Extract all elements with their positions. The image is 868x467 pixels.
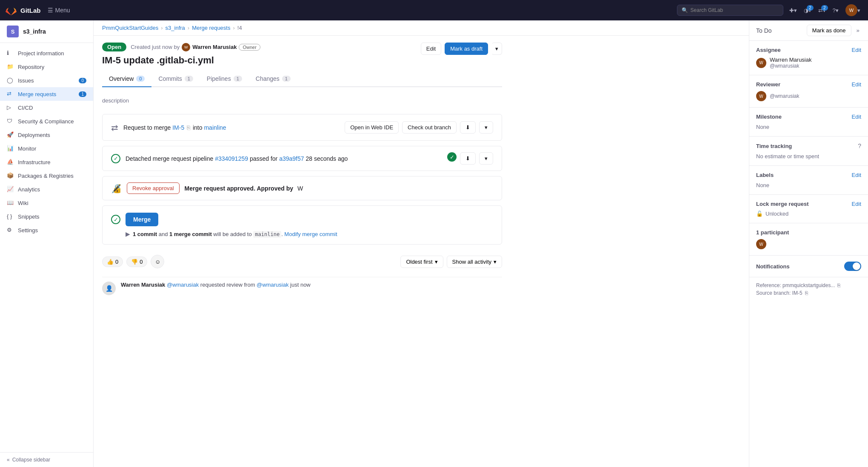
tab-pipelines[interactable]: Pipelines 1 [200, 72, 249, 87]
search-bar[interactable]: 🔍 Search GitLab [677, 5, 783, 16]
expand-panel-button[interactable]: » [855, 26, 861, 35]
pipeline-download-dropdown[interactable]: ▾ [479, 152, 493, 165]
sidebar-label: Infrastructure [18, 159, 51, 165]
edit-button[interactable]: Edit [421, 43, 441, 55]
collapse-sidebar-button[interactable]: « Collapse sidebar [0, 452, 93, 467]
project-name: s3_infra [23, 28, 46, 35]
reviewer-edit-button[interactable]: Edit [852, 81, 861, 88]
activity-mention-link[interactable]: @wmarusiak [257, 282, 288, 288]
sidebar-item-merge-requests[interactable]: ⇄ Merge requests 1 [0, 87, 93, 101]
merge-arrows-icon: ⇄ [111, 122, 118, 133]
sidebar-label: Analytics [18, 186, 40, 193]
activity-item-review-request: 👤 Warren Marusiak @wmarusiak requested r… [102, 277, 502, 299]
assignee-info: Warren Marusiak @wmarusiak [770, 57, 811, 69]
labels-edit-button[interactable]: Edit [852, 172, 861, 178]
sidebar-item-project-information[interactable]: ℹ Project information [0, 46, 93, 60]
sidebar-item-deployments[interactable]: 🚀 Deployments [0, 128, 93, 142]
help-button[interactable]: ? ▾ [830, 5, 841, 16]
breadcrumb-current: !4 [237, 25, 242, 31]
sidebar-item-monitor[interactable]: 📊 Monitor [0, 142, 93, 155]
reviewer-handle: @wmarusiak [770, 93, 799, 99]
lock-edit-button[interactable]: Edit [852, 201, 861, 207]
thumbs-up-button[interactable]: 👍 0 [102, 256, 123, 267]
participants-section: 1 participant W [749, 223, 868, 256]
time-tracking-help-icon[interactable]: ? [858, 142, 861, 149]
download-dropdown[interactable]: ▾ [479, 121, 493, 134]
gitlab-logo[interactable]: GitLab [5, 4, 41, 16]
mark-done-button[interactable]: Mark as done [807, 25, 851, 36]
copy-branch-icon[interactable]: ⎘ [187, 124, 190, 131]
breadcrumb-s3infra[interactable]: s3_infra [166, 25, 185, 31]
source-branch-link[interactable]: IM-5 [172, 124, 184, 131]
mr-nav-button[interactable]: ⇄ 2 ▾ [816, 5, 828, 16]
tab-changes[interactable]: Changes 1 [249, 72, 297, 87]
reviewer-user: W @wmarusiak [756, 91, 861, 101]
sidebar-label: Merge requests [18, 91, 56, 97]
tab-pipelines-label: Pipelines [207, 75, 231, 82]
milestone-edit-button[interactable]: Edit [852, 114, 861, 120]
tab-overview[interactable]: Overview 0 [102, 72, 151, 87]
activity-handle-link[interactable]: @wmarusiak [167, 282, 199, 288]
mark-draft-button[interactable]: Mark as draft [445, 43, 488, 55]
notifications-toggle[interactable] [844, 262, 861, 271]
target-branch-link[interactable]: mainline [204, 124, 226, 131]
breadcrumb-sep-3: › [233, 25, 234, 31]
user-avatar-button[interactable]: W ▾ [843, 2, 863, 19]
thumbs-down-count: 0 [140, 259, 143, 265]
sidebar-item-infrastructure[interactable]: ⛵ Infrastructure [0, 155, 93, 169]
commit-link[interactable]: a39a9f57 [279, 155, 304, 162]
wiki-icon: 📖 [7, 199, 14, 206]
copy-ref-icon[interactable]: ⎘ [837, 282, 840, 288]
expand-commit-icon[interactable]: ▶ [126, 231, 130, 237]
modify-merge-commit-link[interactable]: Modify merge commit [284, 231, 337, 237]
project-icon: S [7, 26, 19, 37]
reviewer-header: Reviewer Edit [756, 81, 861, 88]
menu-button[interactable]: ☰ Menu [44, 5, 74, 15]
add-emoji-button[interactable]: ☺ [151, 255, 164, 268]
assignee-edit-button[interactable]: Edit [852, 47, 861, 53]
pipeline-check-filled-icon: ✓ [447, 152, 457, 162]
sidebar-item-security[interactable]: 🛡 Security & Compliance [0, 114, 93, 128]
checkout-branch-button[interactable]: Check out branch [402, 121, 457, 134]
sidebar-item-repository[interactable]: 📁 Repository [0, 60, 93, 74]
breadcrumb-merge-requests[interactable]: Merge requests [192, 25, 230, 31]
sidebar-item-analytics[interactable]: 📈 Analytics [0, 182, 93, 196]
mr-meta: Created just now by W Warren Marusiak Ow… [131, 43, 260, 51]
breadcrumb-pmm[interactable]: PmmQuickStartGuides [102, 25, 158, 31]
sidebar-item-issues[interactable]: ◯ Issues 0 [0, 74, 93, 87]
pipeline-download-button[interactable]: ⬇ [460, 152, 476, 165]
breadcrumb-sep-1: › [161, 25, 163, 31]
issues-button[interactable]: ◑ 2 ▾ [801, 5, 814, 16]
revoke-approval-button[interactable]: Revoke approval [127, 182, 180, 194]
copy-source-icon[interactable]: ⎘ [805, 290, 808, 296]
mark-draft-dropdown[interactable]: ▾ [491, 43, 502, 55]
merge-info-actions: Open in Web IDE Check out branch ⬇ ▾ [345, 121, 493, 134]
pipeline-link[interactable]: #334091259 [215, 155, 248, 162]
analytics-icon: 📈 [7, 186, 14, 193]
pipeline-actions: ✓ ⬇ ▾ [447, 152, 493, 165]
settings-icon: ⚙ [7, 227, 14, 234]
oldest-first-button[interactable]: Oldest first ▾ [400, 256, 443, 268]
thumbs-down-button[interactable]: 👎 0 [126, 256, 147, 267]
merge-button-row: ✓ Merge [111, 213, 493, 226]
merge-ready-icon: ✓ [111, 215, 120, 224]
sidebar-project[interactable]: S s3_infra [0, 20, 93, 43]
sidebar-item-cicd[interactable]: ▷ CI/CD [0, 101, 93, 114]
owner-badge: Owner [239, 44, 260, 51]
sidebar-item-wiki[interactable]: 📖 Wiki [0, 196, 93, 210]
assignee-name: Warren Marusiak [770, 57, 811, 63]
merge-button[interactable]: Merge [126, 213, 158, 226]
mr-tabs: Overview 0 Commits 1 Pipelines 1 Changes… [102, 72, 502, 87]
sidebar-item-settings[interactable]: ⚙ Settings [0, 223, 93, 237]
new-button[interactable]: ✚ ▾ [787, 5, 799, 16]
tab-commits[interactable]: Commits 1 [151, 72, 200, 87]
source-branch-line: Source branch: IM-5 ⎘ [756, 290, 861, 296]
sidebar-item-packages[interactable]: 📦 Packages & Registries [0, 169, 93, 182]
show-all-activity-button[interactable]: Show all activity ▾ [447, 256, 502, 268]
right-panel: To Do Mark as done » Assignee Edit W War… [749, 20, 868, 467]
assignee-handle: @wmarusiak [770, 63, 811, 69]
open-web-ide-button[interactable]: Open in Web IDE [345, 121, 399, 134]
download-button[interactable]: ⬇ [460, 121, 476, 134]
source-branch-text: Source branch: IM-5 [756, 290, 802, 296]
sidebar-item-snippets[interactable]: { } Snippets [0, 210, 93, 223]
